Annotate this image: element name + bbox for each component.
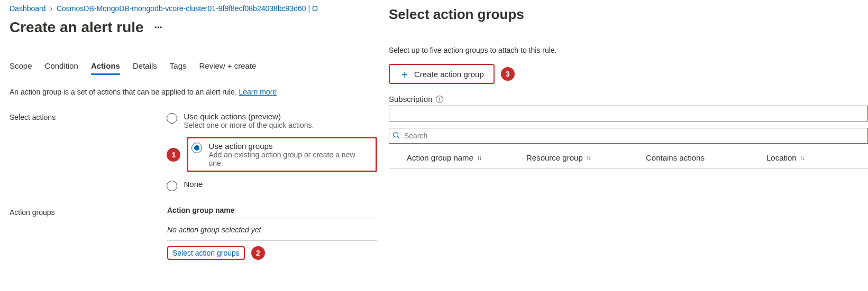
radio-sub: Add an existing action group or create a…: [208, 151, 371, 167]
breadcrumb-separator: ›: [50, 4, 52, 13]
create-action-group-button[interactable]: ＋ Create action group: [394, 67, 489, 81]
search-input[interactable]: [403, 131, 864, 140]
info-icon[interactable]: i: [436, 96, 443, 103]
svg-line-1: [398, 136, 400, 138]
radio-sub: Select one or more of the quick actions.: [184, 121, 314, 129]
subscription-label: Subscription i: [389, 95, 868, 104]
subscription-label-text: Subscription: [389, 95, 433, 104]
tab-review-create[interactable]: Review + create: [199, 61, 257, 75]
callout-badge-2: 2: [251, 246, 265, 260]
radio-title: Use quick actions (preview): [184, 112, 314, 121]
tab-tags[interactable]: Tags: [170, 61, 187, 75]
page-title: Create an alert rule ···: [10, 19, 377, 36]
action-groups-table-header: Action group name ↑↓ Resource group ↑↓ C…: [389, 144, 868, 169]
sort-icon: ↑↓: [477, 154, 481, 162]
tab-details[interactable]: Details: [133, 61, 157, 75]
actions-description: An action group is a set of actions that…: [10, 88, 377, 96]
radio-icon[interactable]: [191, 143, 202, 153]
svg-point-0: [394, 132, 398, 137]
panel-title: Select action groups: [389, 6, 868, 23]
col-label: Resource group: [526, 153, 583, 162]
breadcrumb-dashboard[interactable]: Dashboard: [10, 4, 46, 13]
select-action-groups-link[interactable]: Select action groups: [172, 249, 240, 257]
page-title-text: Create an alert rule: [10, 19, 144, 36]
subscription-input[interactable]: [392, 109, 864, 118]
col-resource-group[interactable]: Resource group ↑↓: [526, 153, 646, 162]
breadcrumb-resource[interactable]: CosmosDB-MongoDB-mongodb-vcore-cluster01…: [57, 4, 318, 13]
tab-actions[interactable]: Actions: [91, 61, 120, 75]
radio-icon[interactable]: [167, 181, 177, 191]
select-actions-label: Select actions: [10, 112, 167, 121]
sort-icon: ↑↓: [800, 154, 804, 162]
tab-condition[interactable]: Condition: [45, 61, 78, 75]
breadcrumb: Dashboard › CosmosDB-MongoDB-mongodb-vco…: [10, 4, 377, 13]
search-box[interactable]: [389, 128, 868, 144]
radio-quick-actions[interactable]: Use quick actions (preview) Select one o…: [167, 112, 377, 129]
learn-more-link[interactable]: Learn more: [239, 88, 277, 96]
action-groups-label: Action groups: [10, 206, 167, 260]
col-contains-actions[interactable]: Contains actions: [646, 153, 766, 162]
col-label: Location: [766, 153, 797, 162]
tab-scope[interactable]: Scope: [10, 61, 32, 75]
select-actions-radio-group: Use quick actions (preview) Select one o…: [167, 112, 377, 191]
tabs: Scope Condition Actions Details Tags Rev…: [10, 61, 377, 75]
radio-use-action-groups[interactable]: Use action groups Add an existing action…: [191, 142, 371, 167]
callout-badge-1: 1: [167, 148, 180, 162]
col-location[interactable]: Location ↑↓: [766, 153, 830, 162]
description-text: An action group is a set of actions that…: [10, 88, 239, 96]
subscription-dropdown[interactable]: [389, 106, 868, 121]
action-group-name-header: Action group name: [167, 206, 377, 219]
sort-icon: ↑↓: [586, 154, 590, 162]
callout-badge-3: 3: [501, 67, 515, 81]
col-label: Contains actions: [646, 153, 705, 162]
col-action-group-name[interactable]: Action group name ↑↓: [407, 153, 526, 162]
col-label: Action group name: [407, 153, 473, 162]
radio-icon[interactable]: [167, 113, 177, 124]
create-action-group-label: Create action group: [414, 70, 484, 79]
search-icon: [392, 132, 400, 140]
radio-title: Use action groups: [208, 142, 371, 151]
panel-description: Select up to five action groups to attac…: [389, 46, 868, 54]
more-menu-icon[interactable]: ···: [154, 22, 162, 33]
radio-title: None: [184, 180, 203, 189]
plus-icon: ＋: [399, 69, 410, 79]
action-group-empty-text: No action group selected yet: [167, 219, 377, 241]
radio-none[interactable]: None: [167, 180, 377, 191]
